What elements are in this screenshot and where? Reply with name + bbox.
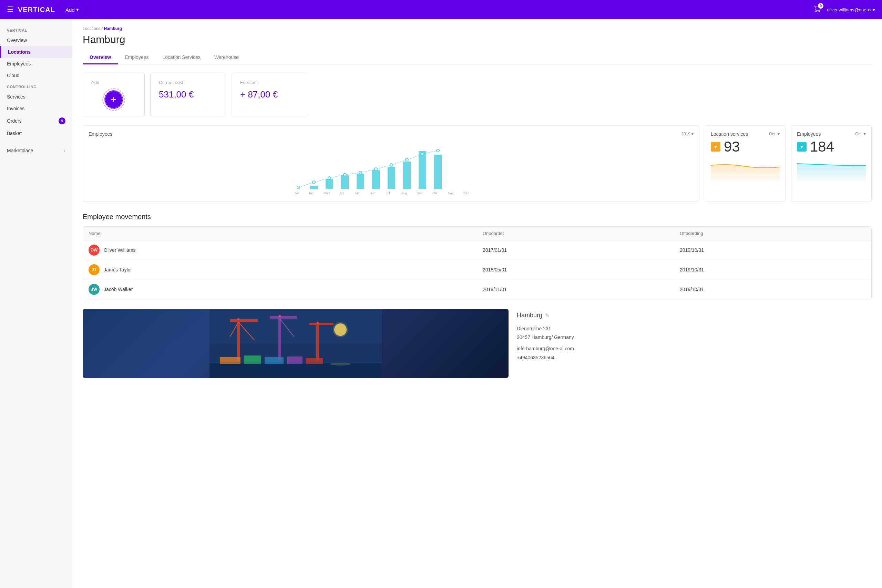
svg-point-20 — [421, 153, 424, 155]
hamburger-icon[interactable]: ☰ — [7, 5, 14, 14]
marketplace-chevron-icon: › — [64, 148, 66, 153]
forecast-value: + 87,00 € — [240, 89, 299, 100]
location-services-icon: ▼ — [711, 142, 720, 152]
avatar: JT — [88, 264, 100, 275]
employees-chart-filter[interactable]: 2019 ▾ — [681, 132, 693, 136]
main-content: Locations / Hamburg Hamburg Overview Emp… — [72, 19, 882, 588]
logo: VERTICAL — [18, 6, 55, 14]
svg-point-13 — [312, 181, 315, 184]
employee-onboardet-cell: 2017/01/01 — [477, 240, 674, 260]
svg-rect-44 — [270, 316, 297, 319]
summary-cards: Add + Current cost 531,00 € Forecast + 8… — [82, 73, 872, 117]
svg-text:Jul: Jul — [386, 192, 390, 195]
bottom-row: Hamburg ✎ Dienerreihe 231 20457 Hamburg/… — [82, 309, 872, 378]
table-header-row: Name Onboardet Offboarding — [83, 226, 872, 240]
edit-location-button[interactable]: ✎ — [545, 312, 549, 319]
tab-warehouse[interactable]: Warehouse — [207, 51, 246, 64]
sidebar-item-cloud[interactable]: Cloud — [0, 70, 72, 81]
tabs-bar: Overview Employees Location Services War… — [82, 51, 872, 64]
svg-text:März: März — [324, 192, 330, 195]
svg-rect-4 — [357, 174, 364, 189]
employee-onboardet-cell: 2018/11/01 — [477, 280, 674, 299]
employee-name-cell: JW Jacob Walker — [83, 280, 477, 299]
sidebar-item-orders[interactable]: Orders 9 — [0, 114, 72, 128]
location-info-header: Hamburg ✎ — [517, 312, 872, 319]
col-offboarding: Offboarding — [674, 226, 872, 240]
add-button[interactable]: Add ▾ — [66, 6, 79, 13]
svg-rect-53 — [210, 362, 382, 363]
employees-stat-value: 184 — [810, 140, 834, 154]
svg-rect-47 — [309, 323, 333, 325]
svg-point-15 — [344, 173, 346, 176]
sidebar-item-overview[interactable]: Overview — [0, 34, 72, 46]
current-cost-label: Current cost — [159, 80, 218, 85]
svg-rect-6 — [388, 167, 395, 189]
tab-employees[interactable]: Employees — [118, 51, 155, 64]
sidebar-section-vertical: VERTICAL — [0, 25, 72, 34]
svg-text:Jun: Jun — [370, 192, 375, 195]
topnav: ☰ VERTICAL Add ▾ 0 oliver.williams@one-a… — [0, 0, 882, 19]
svg-point-21 — [436, 149, 439, 152]
employees-stat-filter[interactable]: Oct. ▾ — [855, 132, 866, 136]
employee-name-cell: OW Oliver Williams — [83, 240, 477, 260]
employees-chart-title: Employees — [88, 131, 112, 137]
location-image — [82, 309, 508, 378]
table-row: JT James Taylor 2018/05/01 2019/10/31 — [83, 260, 872, 280]
svg-point-17 — [375, 168, 377, 171]
employee-movements-table-wrap: Name Onboardet Offboarding OW Oliver Wil… — [82, 226, 872, 299]
svg-point-56 — [279, 315, 281, 317]
location-services-value-row: ▼ 93 — [711, 140, 780, 154]
cart-button[interactable]: 0 — [814, 5, 821, 14]
bar-chart-svg: Jan Feb März Apr Mai Jun Jul Aug Sep Okt… — [88, 141, 693, 196]
svg-point-38 — [333, 322, 348, 337]
svg-point-14 — [328, 177, 331, 180]
avatar: OW — [88, 244, 100, 256]
current-cost-value: 531,00 € — [159, 89, 218, 100]
svg-text:Sep: Sep — [417, 192, 422, 195]
svg-rect-35 — [210, 309, 382, 344]
svg-rect-8 — [418, 151, 426, 189]
add-circle-button[interactable]: + — [104, 90, 123, 109]
col-onboardet: Onboardet — [477, 226, 674, 240]
forecast-label: Forecast — [240, 80, 299, 85]
location-info-title: Hamburg — [517, 312, 542, 319]
cart-badge: 0 — [818, 3, 824, 9]
sidebar-item-services[interactable]: Services — [0, 91, 72, 103]
harbor-illustration — [82, 309, 508, 378]
page-title: Hamburg — [82, 34, 872, 45]
employees-stat-card: Employees Oct. ▾ ▼ 184 — [791, 125, 872, 202]
sidebar-item-marketplace[interactable]: Marketplace › — [0, 145, 72, 156]
svg-rect-2 — [326, 179, 333, 189]
add-card-content: + — [91, 89, 136, 110]
svg-text:Okt: Okt — [432, 192, 438, 195]
employees-stat-mini-chart — [797, 157, 866, 196]
sidebar: VERTICAL Overview Locations Employees Cl… — [0, 19, 72, 588]
svg-rect-40 — [230, 320, 258, 322]
sidebar-item-basket[interactable]: Basket — [0, 128, 72, 139]
svg-point-55 — [237, 318, 240, 320]
stat-header-loc: Location services Oct. ▾ — [711, 131, 780, 137]
stat-header-emp: Employees Oct. ▾ — [797, 131, 866, 137]
svg-rect-36 — [210, 362, 382, 378]
employee-offboarding-cell: 2019/10/31 — [674, 280, 872, 299]
location-services-filter[interactable]: Oct. ▾ — [769, 132, 780, 136]
add-card: Add + — [82, 73, 145, 117]
svg-point-16 — [359, 171, 362, 174]
chart-header: Employees 2019 ▾ — [88, 131, 693, 137]
tab-location-services[interactable]: Location Services — [156, 51, 208, 64]
user-menu[interactable]: oliver.williams@one-ai ▾ — [827, 7, 875, 12]
svg-text:Jan: Jan — [295, 192, 300, 195]
svg-rect-9 — [434, 154, 442, 189]
sidebar-item-invoices[interactable]: Invoices — [0, 103, 72, 114]
svg-rect-3 — [341, 176, 349, 189]
sidebar-item-employees[interactable]: Employees — [0, 58, 72, 70]
location-services-stat-card: Location services Oct. ▾ ▼ 93 — [705, 125, 786, 202]
orders-badge: 9 — [58, 117, 66, 124]
sidebar-item-locations[interactable]: Locations — [0, 46, 72, 58]
employee-movements-title: Employee movements — [82, 213, 872, 221]
svg-text:Nov: Nov — [448, 192, 454, 195]
employees-chart-visual: Jan Feb März Apr Mai Jun Jul Aug Sep Okt… — [88, 141, 693, 196]
svg-text:Feb: Feb — [309, 192, 315, 195]
tab-overview[interactable]: Overview — [82, 51, 118, 64]
employee-movements-table: Name Onboardet Offboarding OW Oliver Wil… — [83, 226, 872, 299]
